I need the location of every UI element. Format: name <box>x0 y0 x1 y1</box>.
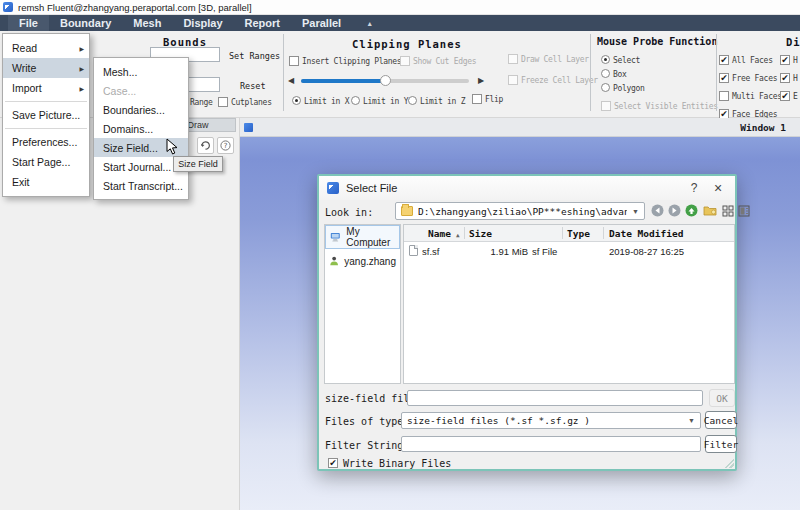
file-menu-save-picture[interactable]: Save Picture... <box>3 105 89 125</box>
files-of-type-combo[interactable]: size-field files (*.sf *.sf.gz ) ▼ <box>401 412 701 429</box>
write-submenu-start-journal-label: Start Journal... <box>103 161 171 173</box>
filter-button[interactable]: Filter <box>705 435 737 453</box>
submenu-arrow-icon: ▶ <box>79 85 84 92</box>
viewport-window-label: Window 1 <box>740 122 786 133</box>
file-menu-preferences[interactable]: Preferences... <box>3 132 89 152</box>
probe-group-title: Mouse Probe Function <box>597 36 717 47</box>
column-divider[interactable] <box>562 227 563 239</box>
write-submenu-start-transcript-label: Start Transcript... <box>103 180 183 192</box>
size-field-file-input[interactable] <box>407 390 703 406</box>
menu-display[interactable]: Display <box>172 15 233 31</box>
mouse-cursor <box>166 138 178 158</box>
menu-parallel[interactable]: Parallel <box>291 15 352 31</box>
limit-in-x-radio[interactable] <box>292 96 301 105</box>
display-col2-checkbox[interactable] <box>780 91 790 101</box>
place-label: My Computer <box>346 226 395 248</box>
column-type[interactable]: Type <box>567 228 590 239</box>
clipping-slider[interactable] <box>301 79 469 83</box>
dialog-close-icon[interactable]: × <box>709 180 727 196</box>
ribbon-separator <box>283 34 284 111</box>
write-submenu-boundaries-label: Boundaries... <box>103 104 165 116</box>
file-menu-start-page[interactable]: Start Page... <box>3 152 89 172</box>
menu-file[interactable]: File <box>8 15 49 31</box>
menu-report[interactable]: Report <box>234 15 291 31</box>
file-icon <box>409 245 418 256</box>
slider-left-arrow[interactable]: ◀ <box>288 77 294 85</box>
free-faces-checkbox[interactable] <box>719 73 729 83</box>
file-row[interactable]: sf.sf 1.91 MiB sf File 2019-08-27 16:25 <box>404 242 734 260</box>
file-menu-import[interactable]: Import▶ <box>3 78 89 98</box>
set-ranges-button[interactable]: Set Ranges <box>229 51 280 61</box>
ribbon-collapse-icon[interactable]: ▲ <box>366 20 373 27</box>
limit-in-y-radio[interactable] <box>351 96 360 105</box>
resize-grip[interactable] <box>722 456 734 468</box>
draw-cell-layer-checkbox[interactable] <box>508 54 518 64</box>
back-button[interactable] <box>650 203 665 218</box>
write-binary-files-checkbox[interactable] <box>328 458 338 468</box>
fluent-window-icon <box>244 123 253 132</box>
reset-button[interactable]: Reset <box>240 81 266 91</box>
column-size[interactable]: Size <box>469 228 492 239</box>
fluent-app-icon <box>3 2 13 12</box>
user-icon <box>329 255 339 267</box>
detail-view-button[interactable] <box>736 203 751 218</box>
file-menu-read[interactable]: Read▶ <box>3 38 89 58</box>
place-my-computer[interactable]: My Computer <box>325 225 400 249</box>
flip-checkbox[interactable] <box>472 94 482 104</box>
list-view-button[interactable] <box>720 203 735 218</box>
write-submenu-mesh[interactable]: Mesh... <box>94 62 188 81</box>
forward-button[interactable] <box>667 203 682 218</box>
write-submenu-boundaries[interactable]: Boundaries... <box>94 100 188 119</box>
write-submenu-start-transcript[interactable]: Start Transcript... <box>94 176 188 195</box>
file-menu-write[interactable]: Write▶ <box>3 58 89 78</box>
clipping-slider-handle[interactable] <box>380 75 391 86</box>
free-faces-label: Free Faces <box>732 74 777 83</box>
chevron-down-icon: ▼ <box>632 208 639 215</box>
probe-select-radio[interactable] <box>601 55 610 64</box>
column-divider[interactable] <box>603 227 604 239</box>
flip-label: Flip <box>485 95 503 104</box>
write-submenu-mesh-label: Mesh... <box>103 66 137 78</box>
select-visible-entities-checkbox[interactable] <box>601 101 611 111</box>
look-in-combo[interactable]: D:\zhangyang\ziliao\PP***eshing\advanced… <box>395 202 645 220</box>
menu-mesh[interactable]: Mesh <box>122 15 172 31</box>
redraw-icon-button[interactable] <box>197 137 214 154</box>
all-faces-checkbox[interactable] <box>719 55 729 65</box>
filter-string-input[interactable] <box>401 436 701 452</box>
help-icon-button[interactable]: ? <box>217 137 234 154</box>
multi-faces-checkbox[interactable] <box>719 91 729 101</box>
dialog-help-button[interactable]: ? <box>686 181 702 195</box>
write-binary-files-label: Write Binary Files <box>343 458 451 469</box>
display-col2-checkbox[interactable] <box>780 73 790 83</box>
file-menu-exit[interactable]: Exit <box>3 172 89 192</box>
range-label: Range <box>190 98 213 107</box>
show-cut-edges-checkbox[interactable] <box>400 56 410 66</box>
slider-right-arrow[interactable]: ▶ <box>478 77 484 85</box>
display-col2-checkbox[interactable] <box>780 55 790 65</box>
menu-boundary[interactable]: Boundary <box>49 15 122 31</box>
place-yang-zhang[interactable]: yang.zhang <box>325 249 400 273</box>
limit-in-z-radio[interactable] <box>408 96 417 105</box>
probe-box-radio[interactable] <box>601 69 610 78</box>
column-divider[interactable] <box>464 227 465 239</box>
cutplanes-checkbox[interactable] <box>218 97 228 107</box>
place-label: yang.zhang <box>344 256 396 267</box>
forward-icon <box>668 204 681 217</box>
cancel-button[interactable]: Cancel <box>705 411 737 429</box>
new-folder-button[interactable] <box>702 203 717 218</box>
detail-view-icon <box>738 205 750 217</box>
file-menu-exit-label: Exit <box>12 176 30 188</box>
display-col2-label: H <box>793 74 798 83</box>
insert-clipping-planes-checkbox[interactable] <box>289 56 299 66</box>
write-submenu: Mesh... Case... Boundaries... Domains...… <box>93 57 189 200</box>
probe-polygon-radio[interactable] <box>601 83 610 92</box>
parent-directory-button[interactable] <box>684 203 699 218</box>
freeze-cell-layer-checkbox[interactable] <box>508 75 518 85</box>
ok-button[interactable]: OK <box>709 389 735 407</box>
menu-separator <box>5 101 87 102</box>
question-mark-icon: ? <box>220 140 231 151</box>
look-in-label: Look in: <box>325 207 373 218</box>
column-name[interactable]: Name <box>428 228 451 239</box>
write-submenu-domains[interactable]: Domains... <box>94 119 188 138</box>
column-modified[interactable]: Date Modified <box>609 228 683 239</box>
